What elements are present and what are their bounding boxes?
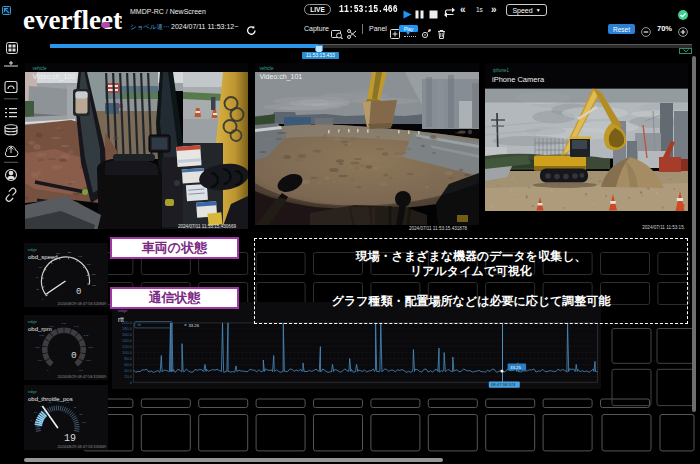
svg-text:100: 100	[82, 421, 87, 424]
svg-text:2024/07/11 11:53:15.430669: 2024/07/11 11:53:15.430669	[177, 223, 236, 228]
svg-text:180: 180	[92, 273, 97, 275]
svg-text:200: 200	[92, 284, 97, 286]
svg-text:40.0: 40.0	[124, 368, 133, 373]
svg-text:1.2k: 1.2k	[39, 334, 44, 337]
svg-text:800: 800	[36, 346, 41, 349]
svg-text:2.0k: 2.0k	[62, 322, 67, 325]
svg-text:edge: edge	[28, 319, 38, 324]
svg-text:80.0: 80.0	[124, 356, 133, 361]
svg-text:edge: edge	[28, 247, 38, 252]
svg-text:obd_speed: obd_speed	[28, 254, 58, 260]
svg-text:140.0: 140.0	[121, 338, 132, 343]
svg-text:63: 63	[66, 401, 69, 404]
svg-text:140: 140	[78, 255, 83, 257]
svg-text:400: 400	[38, 359, 43, 362]
svg-text:160: 160	[87, 263, 92, 265]
svg-text:200.0: 200.0	[121, 320, 132, 325]
svg-text:0: 0	[31, 419, 33, 422]
svg-text:08:47:58.574: 08:47:58.574	[491, 382, 516, 387]
svg-text:75: 75	[74, 406, 77, 409]
svg-text:33.26: 33.26	[188, 323, 199, 328]
svg-text:19: 19	[64, 433, 76, 444]
svg-text:13: 13	[34, 411, 37, 414]
svg-text:100.0: 100.0	[121, 350, 132, 355]
svg-text:3.2k: 3.2k	[88, 346, 93, 349]
svg-text:Video:ch_100: Video:ch_100	[32, 73, 75, 81]
svg-text:0: 0	[76, 287, 81, 297]
svg-text:33.25: 33.25	[510, 365, 522, 370]
svg-text:88: 88	[80, 413, 83, 416]
svg-text:edge: edge	[28, 389, 38, 394]
svg-text:iPhone Camera: iPhone Camera	[492, 75, 545, 84]
svg-text:20.0: 20.0	[124, 374, 133, 379]
svg-text:0: 0	[129, 380, 132, 385]
svg-text:20: 20	[36, 288, 39, 290]
svg-text:180.0: 180.0	[121, 326, 132, 331]
svg-text:100: 100	[56, 252, 61, 254]
svg-text:2.4k: 2.4k	[74, 325, 79, 328]
svg-text:60: 60	[39, 266, 42, 268]
svg-text:40: 40	[35, 276, 38, 278]
svg-text:vehicle: vehicle	[32, 66, 47, 71]
svg-text:2024/07/11 11:53:15.: 2024/07/11 11:53:15.	[642, 225, 685, 230]
svg-text:Video:ch_101: Video:ch_101	[259, 73, 302, 81]
svg-text:4.0k: 4.0k	[78, 369, 83, 372]
svg-text:1.6k: 1.6k	[49, 325, 54, 328]
svg-text:2024/08/29 08:47:58.326849: 2024/08/29 08:47:58.326849	[57, 302, 106, 306]
svg-text:2024/08/29 08:47:58.326849: 2024/08/29 08:47:58.326849	[57, 445, 106, 449]
svg-text:2024/08/29 08:47:58.326849: 2024/08/29 08:47:58.326849	[57, 375, 106, 379]
svg-text:3.6k: 3.6k	[86, 359, 91, 362]
svg-text:rtt: rtt	[137, 323, 140, 327]
svg-text:160.0: 160.0	[121, 332, 132, 337]
svg-text:vehicle: vehicle	[259, 66, 274, 71]
svg-text:0: 0	[71, 350, 77, 361]
svg-text:0: 0	[47, 369, 49, 372]
svg-text:2.8k: 2.8k	[84, 334, 89, 337]
svg-text:2024/07/11 11:53:15.431878: 2024/07/11 11:53:15.431878	[408, 226, 467, 231]
svg-text:60.0: 60.0	[124, 362, 133, 367]
svg-text:iphone1: iphone1	[493, 68, 510, 73]
svg-text:120: 120	[67, 251, 72, 253]
svg-text:120.0: 120.0	[121, 344, 132, 349]
svg-text:0: 0	[42, 298, 44, 300]
